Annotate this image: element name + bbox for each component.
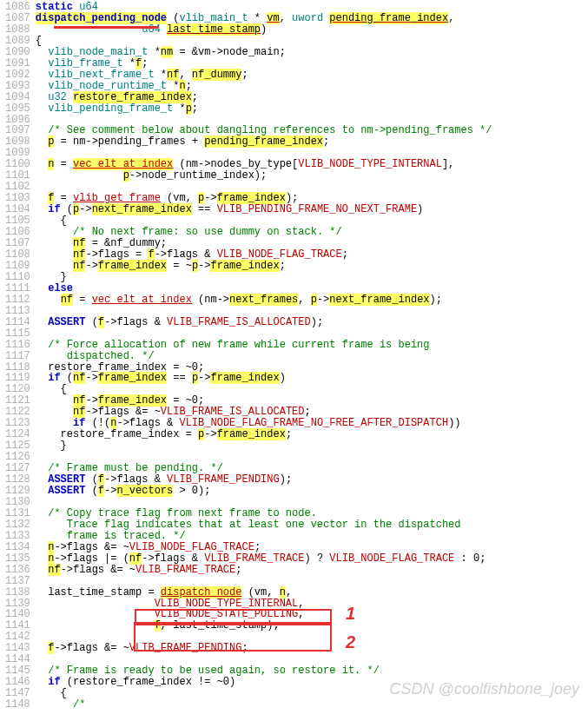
line-number: 1094 (5, 92, 30, 103)
code-line: ASSERT (f->flags & VLIB_FRAME_IS_ALLOCAT… (36, 317, 492, 328)
code-line: if (restore_frame_index != ~0) (36, 677, 492, 688)
line-number: 1089 (5, 36, 30, 47)
line-number: 1091 (5, 58, 30, 69)
line-number: 1138 (5, 587, 30, 599)
line-number: 1093 (5, 81, 30, 92)
line-number: 1130 (5, 497, 30, 508)
code-line: ASSERT (f->n_vectors > 0); (36, 486, 492, 497)
line-number: 1132 (5, 519, 30, 531)
line-number: 1133 (5, 531, 30, 542)
code-line: { (36, 688, 492, 699)
line-number: 1114 (5, 317, 30, 328)
line-number: 1136 (5, 565, 30, 576)
code-line: vlib_node_runtime_t *n; (36, 81, 492, 92)
line-number-gutter: 1086108710881089109010911092109310941095… (0, 0, 34, 712)
code-line: } (36, 440, 492, 452)
line-number: 1092 (5, 69, 30, 81)
line-number: 1134 (5, 542, 30, 553)
line-number: 1086 (5, 2, 30, 13)
code-line: nf = vec_elt_at_index (nm->next_frames, … (36, 294, 492, 306)
line-number: 1108 (5, 249, 30, 261)
code-line: nf->flags &= ~VLIB_FRAME_TRACE; (36, 565, 492, 576)
code-line: f, last_time_stamp); (36, 620, 492, 632)
code-line: } (36, 272, 492, 283)
code-line: vlib_pending_frame_t *p; (36, 103, 492, 115)
line-number: 1112 (5, 294, 30, 306)
line-number: 1115 (5, 328, 30, 340)
code-line: dispatch_pending_node (vlib_main_t * vm,… (36, 13, 492, 24)
line-number: 1113 (5, 306, 30, 317)
code-line (36, 576, 492, 587)
line-number: 1095 (5, 103, 30, 115)
code-line: n->flags |= (nf->flags & VLIB_FRAME_TRAC… (36, 553, 492, 565)
code-line: p = nm->pending_frames + pending_frame_i… (36, 136, 492, 148)
line-number: 1148 (5, 699, 30, 711)
line-number: 1131 (5, 508, 30, 519)
code-line: nf->flags = f->flags & VLIB_NODE_FLAG_TR… (36, 249, 492, 261)
code-viewer: 1086108710881089109010911092109310941095… (0, 0, 588, 712)
line-number: 1109 (5, 261, 30, 272)
line-number: 1088 (5, 24, 30, 36)
line-number: 1129 (5, 486, 30, 497)
code-line: if (p->next_frame_index == VLIB_PENDING_… (36, 204, 492, 215)
code-body: static u64dispatch_pending_node (vlib_ma… (34, 0, 492, 712)
code-line: restore_frame_index = p->frame_index; (36, 429, 492, 440)
code-line: if (nf->frame_index == p->frame_index) (36, 373, 492, 384)
line-number: 1110 (5, 272, 30, 283)
line-number: 1111 (5, 283, 30, 294)
line-number: 1090 (5, 47, 30, 58)
code-line: u64 last_time_stamp) (36, 24, 492, 36)
code-line: p->node_runtime_index); (36, 170, 492, 182)
line-number: 1137 (5, 576, 30, 587)
code-line: dispatched. */ (36, 351, 492, 362)
line-number: 1116 (5, 340, 30, 351)
code-line: nf->frame_index = ~p->frame_index; (36, 261, 492, 272)
code-line: /* (36, 699, 492, 711)
code-line: static u64 (36, 2, 492, 13)
code-line: f->flags &= ~VLIB_FRAME_PENDING; (36, 643, 492, 654)
line-number: 1087 (5, 13, 30, 24)
line-number: 1117 (5, 351, 30, 362)
code-line: frame is traced. */ (36, 531, 492, 542)
line-number: 1135 (5, 553, 30, 565)
